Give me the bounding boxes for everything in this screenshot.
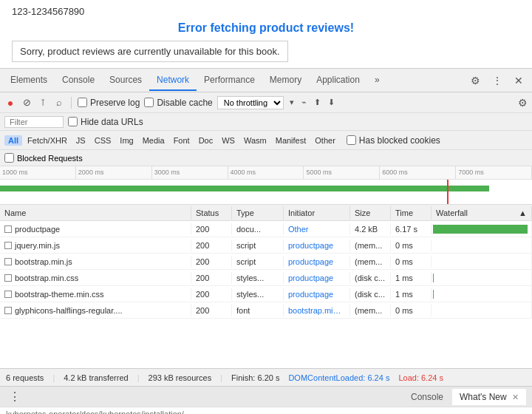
timeline-bar-area [0, 180, 532, 205]
tab-network[interactable]: Network [149, 70, 197, 91]
clear-button[interactable] [21, 97, 33, 109]
td-status-0: 200 [191, 223, 232, 235]
tab-application[interactable]: Application [309, 70, 367, 91]
td-initiator-2[interactable]: productpage [284, 256, 350, 268]
td-name-4: bootstrap-theme.min.css [0, 288, 191, 300]
filter-icon[interactable] [37, 97, 49, 109]
blocked-requests-checkbox[interactable] [4, 153, 14, 163]
th-type[interactable]: Type [232, 206, 284, 220]
td-status-4: 200 [191, 288, 232, 300]
devtools-tab-icons: ⚙ ⋮ ✕ [468, 72, 529, 89]
td-initiator-0: Other [284, 223, 350, 235]
table-row[interactable]: glyphicons-halflings-regular.... 200 fon… [0, 302, 532, 319]
dom-content-loaded: DOMContentLoaded: 6.24 s [288, 373, 389, 382]
td-time-3: 1 ms [391, 272, 432, 284]
more-icon[interactable]: ⋮ [489, 72, 505, 89]
th-status[interactable]: Status [191, 206, 232, 220]
tick-6000: 6000 ms [380, 166, 456, 179]
timeline-green-bar [0, 186, 489, 191]
wifi-icon[interactable]: ⌁ [300, 96, 308, 109]
tab-more[interactable]: » [367, 70, 387, 91]
filter-fetchxhr[interactable]: Fetch/XHR [24, 135, 71, 146]
bottom-tab-whats-new[interactable]: What's New ✕ [452, 389, 526, 405]
blocked-requests-row: Blocked Requests [0, 150, 532, 166]
file-icon-2 [4, 258, 12, 265]
filter-input[interactable] [4, 116, 64, 128]
devtools-tab-bar: Elements Console Sources Network Perform… [0, 69, 532, 92]
td-time-4: 1 ms [391, 288, 432, 300]
td-size-0: 4.2 kB [350, 223, 391, 235]
file-icon-4 [4, 291, 12, 298]
td-waterfall-1 [432, 237, 532, 254]
table-row[interactable]: bootstrap-theme.min.css 200 styles... pr… [0, 286, 532, 302]
td-time-5: 0 ms [391, 305, 432, 316]
td-initiator-1[interactable]: productpage [284, 240, 350, 251]
filter-font[interactable]: Font [170, 135, 194, 146]
filter-other[interactable]: Other [311, 135, 339, 146]
hide-data-urls-label[interactable]: Hide data URLs [68, 117, 143, 127]
close-icon[interactable]: ✕ [511, 72, 526, 89]
td-initiator-5[interactable]: bootstrap.min.... [284, 305, 350, 316]
td-waterfall-0 [432, 221, 532, 237]
tab-memory[interactable]: Memory [262, 70, 309, 91]
throttle-arrow-icon[interactable]: ▾ [288, 96, 296, 109]
td-initiator-4[interactable]: productpage [284, 288, 350, 300]
td-status-5: 200 [191, 305, 232, 316]
bottom-tab-console[interactable]: Console [403, 389, 451, 405]
filter-manifest[interactable]: Manifest [272, 135, 310, 146]
preserve-log-checkbox[interactable] [78, 98, 87, 107]
network-toolbar-1: Preserve log Disable cache No throttling… [0, 92, 532, 113]
filter-all[interactable]: All [4, 135, 22, 146]
table-row[interactable]: productpage 200 docu... Other 4.2 kB 6.1… [0, 221, 532, 237]
th-waterfall[interactable]: Waterfall ▲ [432, 206, 532, 220]
has-blocked-cookies-label[interactable]: Has blocked cookies [347, 135, 440, 146]
filter-css[interactable]: CSS [91, 135, 115, 146]
waterfall-sort-icon: ▲ [519, 208, 527, 217]
preserve-log-label[interactable]: Preserve log [78, 98, 140, 108]
tick-1000: 1000 ms [0, 166, 76, 179]
th-size[interactable]: Size [350, 206, 391, 220]
gear-icon[interactable]: ⚙ [468, 72, 483, 89]
filter-wasm[interactable]: Wasm [240, 135, 270, 146]
td-size-1: (mem... [350, 240, 391, 251]
filter-doc[interactable]: Doc [195, 135, 217, 146]
resources-size: 293 kB resources [149, 373, 212, 382]
td-initiator-3[interactable]: productpage [284, 272, 350, 284]
tab-console[interactable]: Console [55, 70, 102, 91]
table-row[interactable]: bootstrap.min.css 200 styles... productp… [0, 270, 532, 286]
tab-sources[interactable]: Sources [102, 70, 149, 91]
filter-js[interactable]: JS [72, 135, 89, 146]
tick-2000: 2000 ms [76, 166, 152, 179]
file-icon-5 [4, 307, 12, 314]
has-blocked-cookies-checkbox[interactable] [347, 135, 356, 145]
filter-img[interactable]: Img [116, 135, 137, 146]
record-button[interactable] [4, 97, 16, 109]
preserve-log-text: Preserve log [90, 98, 140, 108]
disable-cache-label[interactable]: Disable cache [144, 98, 212, 108]
upload-icon[interactable]: ⬆ [313, 96, 322, 109]
phone-number: 123-1234567890 [12, 6, 520, 17]
network-settings-icon[interactable]: ⚙ [518, 97, 528, 109]
th-time[interactable]: Time [391, 206, 432, 220]
whats-new-close-icon[interactable]: ✕ [512, 393, 519, 401]
throttle-select[interactable]: No throttling [217, 96, 284, 109]
download-icon[interactable]: ⬇ [327, 96, 336, 109]
search-icon[interactable] [53, 97, 65, 109]
network-status-bar: 6 requests | 4.2 kB transferred | 293 kB… [0, 368, 532, 386]
tick-3000: 3000 ms [152, 166, 228, 179]
timeline-red-line [447, 180, 449, 205]
filter-media[interactable]: Media [139, 135, 168, 146]
filter-ws[interactable]: WS [218, 135, 239, 146]
tab-elements[interactable]: Elements [3, 70, 55, 91]
td-type-3: styles... [232, 272, 284, 284]
tab-performance[interactable]: Performance [197, 70, 262, 91]
td-status-3: 200 [191, 272, 232, 284]
bottom-dots-icon[interactable]: ⋮ [6, 387, 24, 407]
hide-data-urls-checkbox[interactable] [68, 117, 78, 126]
disable-cache-checkbox[interactable] [144, 98, 154, 107]
td-time-0: 6.17 s [391, 223, 432, 235]
table-row[interactable]: bootstrap.min.js 200 script productpage … [0, 254, 532, 270]
table-row[interactable]: jquery.min.js 200 script productpage (me… [0, 237, 532, 254]
th-initiator[interactable]: Initiator [284, 206, 350, 220]
th-name[interactable]: Name [0, 206, 191, 220]
